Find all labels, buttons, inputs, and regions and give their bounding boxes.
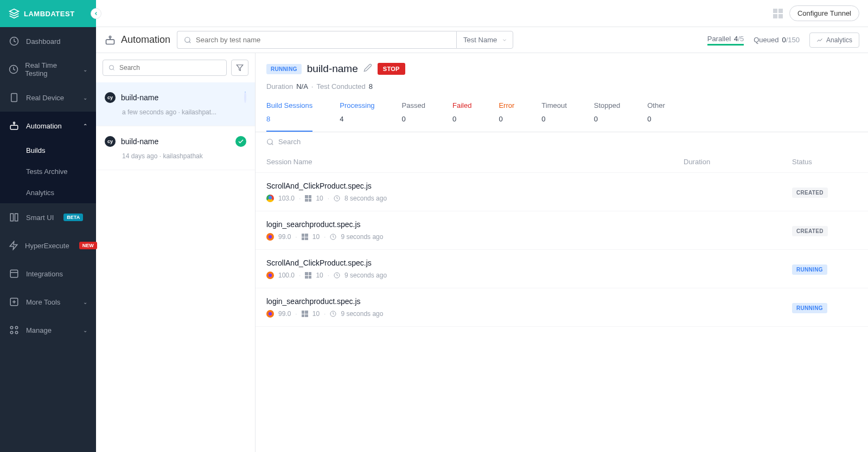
chevron-down-icon: ⌄ [83, 327, 87, 333]
apps-icon[interactable] [773, 9, 783, 18]
nav-manage[interactable]: Manage ⌄ [0, 316, 96, 344]
tab-other[interactable]: Other0 [647, 101, 665, 132]
nav-realtime-label: Real Time Testing [25, 61, 76, 78]
build-title: build-name [307, 63, 358, 75]
tabs: Build Sessions8 Processing4 Passed0 Fail… [256, 101, 868, 132]
edit-icon[interactable] [363, 63, 372, 74]
detail-panel: RUNNING build-name STOP Duration N/A · T… [256, 53, 868, 452]
svg-rect-6 [10, 214, 13, 221]
nav-moretools[interactable]: More Tools ⌄ [0, 288, 96, 316]
nav-tests-archive[interactable]: Tests Archive [26, 161, 96, 182]
running-badge: RUNNING [266, 64, 302, 74]
main: Configure Tunnel Automation Test Name Pa… [96, 0, 868, 452]
svg-marker-22 [237, 65, 243, 71]
collapse-sidebar-button[interactable] [91, 8, 101, 19]
build-list-head [96, 53, 255, 82]
svg-rect-18 [106, 40, 114, 44]
sidebar-header: LAMBDATEST [0, 0, 96, 27]
dashboard-icon [9, 36, 20, 47]
search-type-select[interactable]: Test Name [456, 31, 513, 49]
session-row[interactable]: ScrollAnd_ClickProduct.spec.js 100.0· 10… [256, 250, 868, 288]
clock-icon [330, 311, 336, 317]
svg-marker-8 [10, 242, 17, 250]
col-session-name: Session Name [266, 158, 684, 166]
nav-analytics[interactable]: Analytics [26, 182, 96, 203]
build-status-spinner [244, 93, 246, 102]
clock-icon [330, 234, 336, 240]
nav-smartui[interactable]: Smart UI BETA [0, 203, 96, 231]
chevron-up-icon: ⌃ [83, 123, 87, 129]
col-status: Status [792, 158, 857, 166]
nav-realtime[interactable]: Real Time Testing ⌄ [0, 55, 96, 83]
build-item[interactable]: cy build-name a few seconds ago · kailas… [96, 82, 255, 126]
page-title-text: Automation [121, 34, 170, 46]
nav-hyperexecute[interactable]: HyperExecute NEW [0, 231, 96, 260]
nav-realdevice-label: Real Device [26, 94, 64, 102]
robot-icon [105, 35, 116, 46]
test-search-input[interactable] [177, 31, 456, 49]
parallel-stat[interactable]: Parallel 4/5 [707, 35, 744, 46]
tab-passed[interactable]: Passed0 [402, 101, 425, 132]
chart-icon [816, 37, 823, 43]
status-badge: CREATED [792, 226, 828, 236]
realtime-icon [9, 64, 18, 75]
sidebar: LAMBDATEST Dashboard Real Time Testing ⌄… [0, 0, 96, 452]
build-list: cy build-name a few seconds ago · kailas… [96, 53, 256, 452]
clock-icon [334, 272, 340, 279]
chevron-down-icon: ⌄ [83, 299, 87, 305]
search-wrap: Test Name [177, 31, 513, 49]
logo[interactable]: LAMBDATEST [9, 8, 75, 19]
nav-realdevice[interactable]: Real Device ⌄ [0, 83, 96, 112]
manage-icon [9, 325, 20, 335]
header-row: Automation Test Name Parallel 4/5 Queued… [96, 27, 868, 53]
tab-stopped[interactable]: Stopped0 [594, 101, 620, 132]
beta-badge: BETA [63, 214, 83, 221]
filter-icon [236, 64, 244, 72]
windows-icon [302, 234, 308, 240]
tab-timeout[interactable]: Timeout0 [541, 101, 566, 132]
tab-processing[interactable]: Processing4 [340, 101, 374, 132]
build-item[interactable]: cy build-name 14 days ago · kailashpatha… [96, 126, 255, 170]
nav-automation[interactable]: Automation ⌃ [0, 112, 96, 140]
stop-button[interactable]: STOP [378, 63, 405, 75]
search-icon [266, 138, 274, 146]
analytics-button[interactable]: Analytics [809, 33, 859, 48]
build-meta: 14 days ago · kailashpathak [105, 152, 246, 160]
nav-dashboard[interactable]: Dashboard [0, 27, 96, 55]
filter-button[interactable] [231, 60, 248, 76]
nav-builds[interactable]: Builds [26, 140, 96, 161]
build-name: build-name [121, 93, 158, 102]
nav-integrations[interactable]: Integrations [0, 260, 96, 288]
session-meta: 100.0· 10· 9 seconds ago [266, 272, 684, 279]
tab-build-sessions[interactable]: Build Sessions8 [266, 101, 312, 132]
smartui-icon [9, 212, 20, 223]
windows-icon [305, 272, 311, 279]
clock-icon [334, 195, 340, 202]
nav-integrations-label: Integrations [26, 270, 63, 278]
session-meta: 99.0· 10· 9 seconds ago [266, 310, 684, 318]
svg-rect-2 [11, 94, 17, 102]
session-search[interactable]: Search [256, 132, 868, 151]
build-name: build-name [121, 137, 158, 146]
session-row[interactable]: ScrollAnd_ClickProduct.spec.js 103.0· 10… [256, 173, 868, 211]
nav-smartui-label: Smart UI [26, 214, 54, 222]
session-name: login_searchproduct.spec.js [266, 297, 684, 306]
nav-dashboard-label: Dashboard [26, 37, 61, 46]
session-name: login_searchproduct.spec.js [266, 220, 684, 229]
session-meta: 99.0· 10· 9 seconds ago [266, 233, 684, 241]
tab-failed[interactable]: Failed0 [452, 101, 471, 132]
session-meta: 103.0· 10· 8 seconds ago [266, 195, 684, 202]
configure-tunnel-button[interactable]: Configure Tunnel [789, 5, 859, 21]
detail-title: RUNNING build-name STOP [266, 63, 857, 75]
build-search-input[interactable] [103, 60, 227, 76]
topbar: Configure Tunnel [96, 0, 868, 27]
svg-point-16 [10, 331, 13, 334]
automation-icon [9, 120, 20, 131]
session-row[interactable]: login_searchproduct.spec.js 99.0· 10· 9 … [256, 288, 868, 327]
tab-error[interactable]: Error0 [499, 101, 514, 132]
session-row[interactable]: login_searchproduct.spec.js 99.0· 10· 9 … [256, 211, 868, 250]
svg-point-5 [14, 122, 15, 124]
session-name: ScrollAnd_ClickProduct.spec.js [266, 182, 684, 190]
firefox-icon [266, 310, 274, 318]
queued-stat[interactable]: Queued 0/150 [754, 36, 800, 44]
